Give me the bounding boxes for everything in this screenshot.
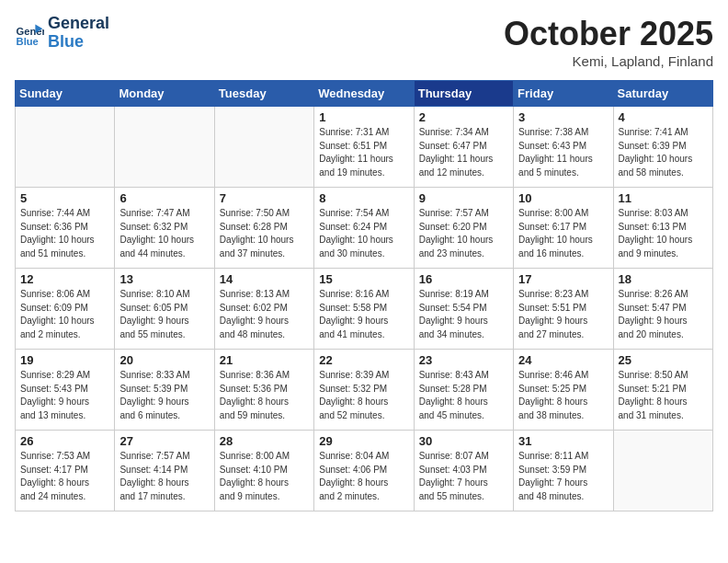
day-number: 3: [518, 110, 608, 124]
calendar-cell: 19Sunrise: 8:29 AM Sunset: 5:43 PM Dayli…: [16, 350, 115, 431]
day-info: Sunrise: 7:50 AM Sunset: 6:28 PM Dayligh…: [220, 207, 309, 260]
day-number: 5: [20, 191, 109, 205]
svg-text:General: General: [17, 25, 44, 36]
day-number: 14: [220, 272, 309, 286]
calendar-cell: [613, 431, 712, 511]
day-info: Sunrise: 8:00 AM Sunset: 4:10 PM Dayligh…: [220, 450, 309, 503]
calendar-cell: 30Sunrise: 8:07 AM Sunset: 4:03 PM Dayli…: [414, 431, 513, 511]
calendar-cell: 2Sunrise: 7:34 AM Sunset: 6:47 PM Daylig…: [414, 107, 513, 188]
day-info: Sunrise: 8:46 AM Sunset: 5:25 PM Dayligh…: [518, 369, 608, 422]
day-info: Sunrise: 8:26 AM Sunset: 5:47 PM Dayligh…: [619, 288, 708, 341]
calendar-cell: 4Sunrise: 7:41 AM Sunset: 6:39 PM Daylig…: [613, 107, 712, 188]
day-info: Sunrise: 7:57 AM Sunset: 4:14 PM Dayligh…: [119, 450, 209, 503]
logo-line1: General: [48, 15, 109, 33]
calendar-cell: 14Sunrise: 8:13 AM Sunset: 6:02 PM Dayli…: [214, 269, 313, 350]
day-info: Sunrise: 8:50 AM Sunset: 5:21 PM Dayligh…: [619, 369, 708, 422]
calendar-cell: 27Sunrise: 7:57 AM Sunset: 4:14 PM Dayli…: [115, 431, 214, 511]
day-info: Sunrise: 8:10 AM Sunset: 6:05 PM Dayligh…: [119, 288, 209, 341]
calendar-cell: 11Sunrise: 8:03 AM Sunset: 6:13 PM Dayli…: [613, 188, 712, 269]
day-number: 19: [20, 353, 109, 367]
weekday-header-sunday: Sunday: [16, 81, 115, 107]
day-info: Sunrise: 8:13 AM Sunset: 6:02 PM Dayligh…: [220, 288, 309, 341]
weekday-header-saturday: Saturday: [613, 81, 712, 107]
calendar-cell: 7Sunrise: 7:50 AM Sunset: 6:28 PM Daylig…: [214, 188, 313, 269]
calendar-cell: 21Sunrise: 8:36 AM Sunset: 5:36 PM Dayli…: [214, 350, 313, 431]
day-number: 24: [518, 353, 608, 367]
day-info: Sunrise: 7:41 AM Sunset: 6:39 PM Dayligh…: [619, 126, 708, 179]
day-number: 15: [319, 272, 408, 286]
day-info: Sunrise: 7:44 AM Sunset: 6:36 PM Dayligh…: [20, 207, 109, 260]
calendar-cell: 26Sunrise: 7:53 AM Sunset: 4:17 PM Dayli…: [16, 431, 115, 511]
day-number: 17: [518, 272, 608, 286]
weekday-header-friday: Friday: [514, 81, 613, 107]
week-row-3: 12Sunrise: 8:06 AM Sunset: 6:09 PM Dayli…: [16, 269, 713, 350]
day-info: Sunrise: 8:19 AM Sunset: 5:54 PM Dayligh…: [419, 288, 508, 341]
day-number: 11: [619, 191, 708, 205]
day-number: 31: [518, 434, 608, 448]
calendar-cell: 22Sunrise: 8:39 AM Sunset: 5:32 PM Dayli…: [314, 350, 414, 431]
day-number: 23: [419, 353, 508, 367]
day-info: Sunrise: 8:43 AM Sunset: 5:28 PM Dayligh…: [419, 369, 508, 422]
calendar-cell: 15Sunrise: 8:16 AM Sunset: 5:58 PM Dayli…: [314, 269, 414, 350]
calendar-cell: 12Sunrise: 8:06 AM Sunset: 6:09 PM Dayli…: [16, 269, 115, 350]
calendar-cell: 17Sunrise: 8:23 AM Sunset: 5:51 PM Dayli…: [514, 269, 613, 350]
day-number: 28: [220, 434, 309, 448]
day-info: Sunrise: 8:03 AM Sunset: 6:13 PM Dayligh…: [619, 207, 708, 260]
weekday-header-row: SundayMondayTuesdayWednesdayThursdayFrid…: [16, 81, 713, 107]
day-number: 7: [220, 191, 309, 205]
week-row-5: 26Sunrise: 7:53 AM Sunset: 4:17 PM Dayli…: [16, 431, 713, 511]
day-info: Sunrise: 7:57 AM Sunset: 6:20 PM Dayligh…: [419, 207, 508, 260]
logo-line2: Blue: [48, 33, 109, 52]
calendar-cell: [214, 107, 313, 188]
weekday-header-wednesday: Wednesday: [314, 81, 414, 107]
weekday-header-tuesday: Tuesday: [214, 81, 313, 107]
month-title: October 2025: [504, 15, 713, 53]
day-number: 12: [20, 272, 109, 286]
day-info: Sunrise: 7:47 AM Sunset: 6:32 PM Dayligh…: [119, 207, 209, 260]
day-number: 27: [119, 434, 209, 448]
day-info: Sunrise: 7:54 AM Sunset: 6:24 PM Dayligh…: [319, 207, 408, 260]
calendar-cell: 8Sunrise: 7:54 AM Sunset: 6:24 PM Daylig…: [314, 188, 414, 269]
day-number: 6: [119, 191, 209, 205]
day-info: Sunrise: 8:33 AM Sunset: 5:39 PM Dayligh…: [119, 369, 209, 422]
week-row-2: 5Sunrise: 7:44 AM Sunset: 6:36 PM Daylig…: [16, 188, 713, 269]
calendar-cell: 31Sunrise: 8:11 AM Sunset: 3:59 PM Dayli…: [514, 431, 613, 511]
day-number: 22: [319, 353, 408, 367]
day-info: Sunrise: 7:38 AM Sunset: 6:43 PM Dayligh…: [518, 126, 608, 179]
day-number: 8: [319, 191, 408, 205]
week-row-1: 1Sunrise: 7:31 AM Sunset: 6:51 PM Daylig…: [16, 107, 713, 188]
day-info: Sunrise: 8:00 AM Sunset: 6:17 PM Dayligh…: [518, 207, 608, 260]
day-info: Sunrise: 8:11 AM Sunset: 3:59 PM Dayligh…: [518, 450, 608, 503]
day-number: 1: [319, 110, 408, 124]
day-number: 9: [419, 191, 508, 205]
location-subtitle: Kemi, Lapland, Finland: [504, 53, 713, 69]
day-number: 21: [220, 353, 309, 367]
calendar-cell: 6Sunrise: 7:47 AM Sunset: 6:32 PM Daylig…: [115, 188, 214, 269]
day-number: 20: [119, 353, 209, 367]
day-info: Sunrise: 7:31 AM Sunset: 6:51 PM Dayligh…: [319, 126, 408, 179]
day-info: Sunrise: 8:07 AM Sunset: 4:03 PM Dayligh…: [419, 450, 508, 503]
day-number: 10: [518, 191, 608, 205]
day-number: 4: [619, 110, 708, 124]
title-block: October 2025 Kemi, Lapland, Finland: [504, 15, 713, 69]
logo-text: General Blue: [48, 15, 109, 52]
calendar-cell: 13Sunrise: 8:10 AM Sunset: 6:05 PM Dayli…: [115, 269, 214, 350]
calendar-cell: 1Sunrise: 7:31 AM Sunset: 6:51 PM Daylig…: [314, 107, 414, 188]
calendar-cell: 23Sunrise: 8:43 AM Sunset: 5:28 PM Dayli…: [414, 350, 513, 431]
day-number: 25: [619, 353, 708, 367]
calendar-cell: 9Sunrise: 7:57 AM Sunset: 6:20 PM Daylig…: [414, 188, 513, 269]
day-info: Sunrise: 8:39 AM Sunset: 5:32 PM Dayligh…: [319, 369, 408, 422]
calendar-cell: 16Sunrise: 8:19 AM Sunset: 5:54 PM Dayli…: [414, 269, 513, 350]
day-number: 26: [20, 434, 109, 448]
day-info: Sunrise: 8:04 AM Sunset: 4:06 PM Dayligh…: [319, 450, 408, 503]
day-number: 2: [419, 110, 508, 124]
calendar-cell: 3Sunrise: 7:38 AM Sunset: 6:43 PM Daylig…: [514, 107, 613, 188]
calendar-cell: 25Sunrise: 8:50 AM Sunset: 5:21 PM Dayli…: [613, 350, 712, 431]
calendar-cell: [16, 107, 115, 188]
day-info: Sunrise: 8:36 AM Sunset: 5:36 PM Dayligh…: [220, 369, 309, 422]
day-number: 13: [119, 272, 209, 286]
day-info: Sunrise: 7:53 AM Sunset: 4:17 PM Dayligh…: [20, 450, 109, 503]
week-row-4: 19Sunrise: 8:29 AM Sunset: 5:43 PM Dayli…: [16, 350, 713, 431]
calendar-cell: 28Sunrise: 8:00 AM Sunset: 4:10 PM Dayli…: [214, 431, 313, 511]
day-info: Sunrise: 8:29 AM Sunset: 5:43 PM Dayligh…: [20, 369, 109, 422]
